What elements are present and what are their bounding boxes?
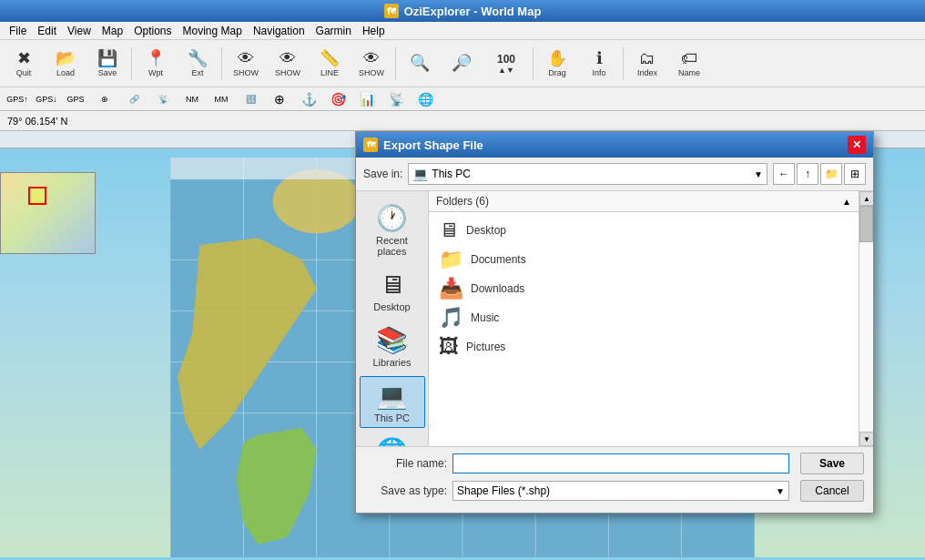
gps-btn-1[interactable]: GPS↑ [4, 89, 31, 109]
dialog-close-button[interactable]: ✕ [848, 136, 866, 154]
file-name-input[interactable] [452, 453, 789, 473]
gps-btn-6[interactable]: 📡 [149, 89, 177, 109]
ext-button[interactable]: 🔧 Ext [178, 44, 218, 84]
gps-btn-4[interactable]: ⊕ [91, 89, 118, 109]
menu-bar: File Edit View Map Options Moving Map Na… [0, 22, 925, 40]
zoom-out-button[interactable]: 🔎 [442, 44, 482, 84]
place-desktop[interactable]: 🖥 Desktop [360, 265, 425, 317]
app-icon: 🗺 [384, 4, 399, 18]
save-toolbar-button[interactable]: 💾 Save [87, 44, 127, 84]
gps-btn-9[interactable]: 🔢 [237, 89, 264, 109]
save-button[interactable]: Save [800, 453, 864, 474]
folder-music[interactable]: 🎵 Music [432, 303, 855, 332]
nav-new-folder-button[interactable]: 📁 [820, 163, 842, 185]
nav-view-button[interactable]: ⊞ [844, 163, 866, 185]
gps-btn-3[interactable]: GPS [62, 89, 89, 109]
menu-view[interactable]: View [62, 23, 97, 39]
gps-btn-14[interactable]: 📡 [382, 89, 410, 109]
waypoint-icon: 📍 [146, 50, 166, 66]
folder-desktop-icon: 🖥 [439, 220, 459, 240]
index-button[interactable]: 🗂 Index [627, 44, 667, 84]
minimap-cursor [28, 187, 46, 205]
load-button[interactable]: 📂 Load [46, 44, 86, 84]
show3-button[interactable]: 👁 SHOW [351, 44, 391, 84]
waypoint-button[interactable]: 📍 Wpt [136, 44, 176, 84]
zoom-level-button[interactable]: 100 ▲▼ [483, 44, 529, 84]
place-this-pc[interactable]: 💻 This PC [360, 376, 425, 428]
show2-button[interactable]: 👁 SHOW [268, 44, 308, 84]
gps-btn-12[interactable]: 🎯 [324, 89, 351, 109]
minimap-inner [1, 173, 95, 253]
gps-btn-15[interactable]: 🌐 [412, 89, 439, 109]
gps-btn-2[interactable]: GPS↓ [33, 89, 60, 109]
scrollbar-down-button[interactable]: ▼ [859, 432, 873, 446]
menu-file[interactable]: File [4, 23, 32, 39]
quit-button[interactable]: ✖ Quit [4, 44, 44, 84]
dialog-app-icon: 🗺 [363, 137, 378, 152]
place-network[interactable]: 🌐 Network [360, 432, 425, 446]
menu-garmin[interactable]: Garmin [310, 23, 357, 39]
gps-btn-8[interactable]: MM [208, 89, 235, 109]
drag-button[interactable]: ✋ Drag [537, 44, 577, 84]
scrollbar-up-button[interactable]: ▲ [859, 191, 873, 206]
save-in-nav-buttons: ← ↑ 📁 ⊞ [773, 163, 866, 185]
folder-downloads[interactable]: 📥 Downloads [432, 274, 855, 303]
folder-music-icon: 🎵 [439, 308, 463, 328]
drag-icon: ✋ [547, 50, 567, 66]
info-icon: ℹ [596, 50, 603, 66]
gps-btn-11[interactable]: ⚓ [295, 89, 322, 109]
save-as-type-row: Save as type: Shape Files (*.shp) ▼ Canc… [365, 480, 864, 502]
this-pc-icon: 💻 [376, 381, 408, 411]
folder-desktop[interactable]: 🖥 Desktop [432, 216, 855, 245]
zoom-out-icon: 🔎 [452, 55, 472, 71]
place-libraries[interactable]: 📚 Libraries [360, 321, 425, 372]
title-bar: 🗺 OziExplorer - World Map [0, 0, 925, 22]
menu-map[interactable]: Map [97, 23, 128, 39]
nav-up-button[interactable]: ↑ [797, 163, 818, 185]
nav-back-button[interactable]: ← [773, 163, 795, 185]
menu-edit[interactable]: Edit [32, 23, 62, 39]
coord-bar: 79° 06.154' N [0, 111, 925, 131]
save-as-type-value: Shape Files (*.shp) [457, 484, 550, 497]
file-list-scrollbar[interactable]: ▲ ▼ [859, 191, 873, 446]
folder-list-header: Folders (6) ▲ [429, 191, 859, 212]
folder-documents[interactable]: 📁 Documents [432, 245, 855, 274]
place-libraries-label: Libraries [372, 357, 411, 368]
recent-places-icon: 🕐 [376, 203, 408, 233]
show1-icon: 👁 [238, 50, 254, 66]
gps-btn-5[interactable]: 🔗 [120, 89, 147, 109]
gps-btn-13[interactable]: 📊 [353, 89, 381, 109]
menu-navigation[interactable]: Navigation [248, 23, 310, 39]
scrollbar-thumb[interactable] [859, 206, 873, 242]
save-as-type-combo[interactable]: Shape Files (*.shp) ▼ [452, 481, 789, 501]
folder-pictures[interactable]: 🖼 Pictures [432, 332, 855, 361]
folder-pictures-icon: 🖼 [439, 337, 459, 357]
menu-help[interactable]: Help [357, 23, 391, 39]
network-icon: 🌐 [376, 436, 408, 446]
gps-btn-7[interactable]: NM [178, 89, 206, 109]
window-title: OziExplorer - World Map [404, 5, 542, 18]
folder-collapse-arrow[interactable]: ▲ [842, 197, 851, 207]
line-button[interactable]: 📏 LINE [310, 44, 350, 84]
dialog-title: Export Shape File [383, 138, 483, 152]
place-recent-places[interactable]: 🕐 Recent places [360, 199, 425, 261]
info-button[interactable]: ℹ Info [579, 44, 619, 84]
dialog-title-left: 🗺 Export Shape File [363, 137, 483, 152]
save-in-combo[interactable]: 💻 This PC ▼ [408, 163, 767, 185]
place-desktop-label: Desktop [373, 301, 410, 312]
name-button[interactable]: 🏷 Name [669, 44, 709, 84]
cancel-button[interactable]: Cancel [800, 480, 864, 502]
file-name-label: File name: [365, 457, 447, 470]
gps-btn-10[interactable]: ⊕ [266, 89, 293, 109]
menu-moving-map[interactable]: Moving Map [178, 23, 248, 39]
zoom-in-button[interactable]: 🔍 [400, 44, 440, 84]
line-icon: 📏 [320, 50, 340, 66]
save-in-combo-arrow: ▼ [754, 169, 763, 179]
show2-icon: 👁 [280, 50, 296, 66]
toolbar-sep-5 [623, 47, 624, 80]
index-icon: 🗂 [639, 50, 656, 66]
show1-button[interactable]: 👁 SHOW [226, 44, 266, 84]
scrollbar-track[interactable] [859, 206, 873, 432]
menu-options[interactable]: Options [128, 23, 177, 39]
save-as-type-arrow: ▼ [776, 486, 785, 496]
